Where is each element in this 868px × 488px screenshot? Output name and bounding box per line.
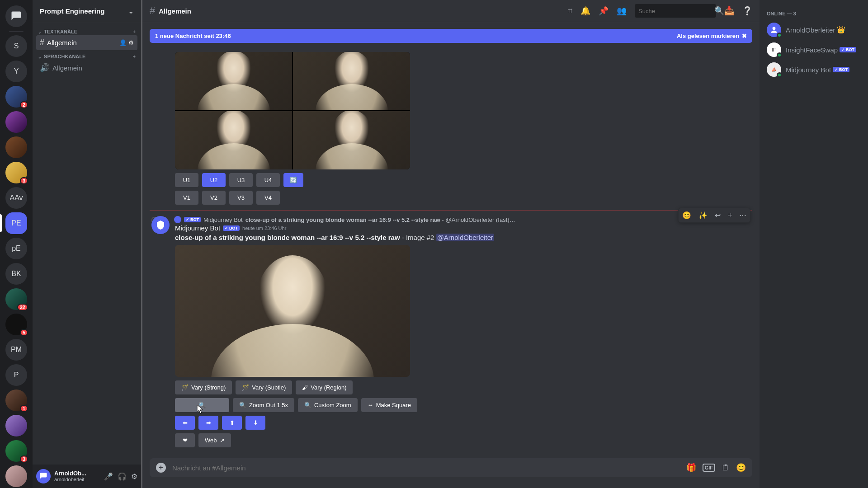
gift-icon[interactable]: 🎁 [686, 463, 696, 473]
search-icon: 🔍 [714, 6, 724, 16]
message-avatar[interactable] [151, 216, 170, 234]
v1-button[interactable]: V1 [175, 191, 198, 205]
vary-region-button[interactable]: 🖌Vary (Region) [296, 380, 353, 394]
server-icon[interactable]: 22 [5, 288, 27, 310]
mark-read-icon: ✖ [742, 33, 747, 39]
pan-left-button[interactable]: ⬅ [175, 416, 195, 430]
external-icon: ↗ [220, 437, 225, 444]
chevron-down-icon: ⌄ [128, 7, 134, 15]
custom-zoom-button[interactable]: 🔍Custom Zoom [298, 398, 358, 412]
channel-item-allgemein[interactable]: # Allgemein 👤⚙ [36, 35, 137, 50]
member-item[interactable]: ⛵ Midjourney Bot BOT [763, 60, 864, 80]
server-icon[interactable]: Y [5, 61, 27, 82]
v3-button[interactable]: V3 [229, 191, 253, 205]
threads-icon[interactable]: ⌗ [568, 6, 572, 16]
server-icon-active[interactable]: PE [5, 212, 27, 234]
vary-strong-button[interactable]: 🪄Vary (Strong) [175, 380, 232, 394]
reply-author: Midjourney Bot [203, 216, 243, 223]
unread-bar[interactable]: 1 neue Nachricht seit 23:46 Als gelesen … [150, 29, 752, 43]
gif-icon[interactable]: GIF [703, 464, 715, 472]
attach-button[interactable]: + [156, 463, 166, 473]
server-icon[interactable]: BK [5, 263, 27, 285]
search-input[interactable] [638, 8, 714, 14]
help-icon[interactable]: ❔ [742, 6, 752, 16]
button-row-pan: ⬅ ➡ ⬆ ⬇ [175, 416, 752, 430]
add-channel-icon[interactable]: + [133, 29, 136, 34]
favorite-button[interactable]: ❤ [175, 433, 195, 447]
v2-button[interactable]: V2 [202, 191, 226, 205]
message-input-box[interactable]: + 🎁 GIF 🗒 😊 [150, 458, 752, 477]
super-react-icon[interactable]: ✨ [695, 208, 711, 222]
members-icon[interactable]: 👥 [617, 6, 627, 16]
zoom-out-1-5x-button[interactable]: 🔍Zoom Out 1.5x [233, 398, 294, 412]
member-item[interactable]: ArnoldOberleiter 👑 [763, 20, 864, 40]
image-grid[interactable] [175, 52, 410, 169]
reroll-button[interactable]: 🔄 [283, 173, 303, 187]
user-name-block[interactable]: ArnoldOb... arnoldoberleit [54, 470, 100, 482]
mention[interactable]: @ArnoldOberleiter [436, 234, 494, 241]
reply-icon[interactable]: ↩ [711, 208, 724, 222]
reply-reference[interactable]: BOT Midjourney Bot close-up of a strikin… [175, 216, 752, 223]
u3-button[interactable]: U3 [229, 173, 253, 187]
settings-icon[interactable]: ⚙ [131, 472, 137, 481]
sticker-icon[interactable]: 🗒 [722, 463, 730, 473]
pin-icon[interactable]: 📌 [599, 6, 609, 16]
voice-channel-item[interactable]: 🔊 Allgemein [36, 60, 137, 75]
upscaled-image[interactable] [175, 245, 410, 377]
reply-avatar [174, 216, 181, 223]
make-square-button[interactable]: ↔Make Square [361, 398, 417, 412]
pan-right-button[interactable]: ➡ [198, 416, 218, 430]
server-name: Prompt Engineering [40, 7, 104, 15]
pan-down-button[interactable]: ⬇ [245, 416, 265, 430]
u2-button[interactable]: U2 [202, 173, 226, 187]
emoji-icon[interactable]: 😊 [736, 463, 746, 473]
server-icon[interactable]: P [5, 364, 27, 386]
thread-icon[interactable]: ⌗ [724, 208, 736, 222]
server-icon[interactable] [5, 136, 27, 158]
server-icon[interactable]: AAv [5, 187, 27, 209]
v4-button[interactable]: V4 [256, 191, 280, 205]
server-icon[interactable]: S [5, 35, 27, 57]
dm-home-icon[interactable] [5, 5, 27, 27]
username: ArnoldOb... [54, 470, 100, 477]
server-icon[interactable]: pE [5, 238, 27, 259]
inbox-icon[interactable]: 📥 [724, 6, 734, 16]
server-icon[interactable] [5, 415, 27, 436]
server-icon[interactable]: 5 [5, 314, 27, 335]
headphones-icon[interactable]: 🎧 [118, 472, 127, 481]
message-author[interactable]: Midjourney Bot [175, 224, 220, 232]
server-icon[interactable]: 3 [5, 440, 27, 462]
mark-read-button[interactable]: Als gelesen markieren ✖ [677, 33, 747, 39]
bell-icon[interactable]: 🔔 [580, 6, 590, 16]
server-icon[interactable]: 3 [5, 162, 27, 183]
bot-tag: BOT [184, 217, 201, 222]
server-icon[interactable]: 2 [5, 86, 27, 108]
server-icon[interactable]: PM [5, 339, 27, 361]
add-channel-icon[interactable]: + [133, 54, 136, 59]
zoom-out-2x-button[interactable]: 🔍 [175, 398, 229, 412]
gear-icon[interactable]: ⚙ [128, 39, 134, 46]
react-icon[interactable]: 😊 [679, 208, 695, 222]
search-box[interactable]: 🔍 [635, 4, 716, 18]
server-icon[interactable] [5, 111, 27, 133]
channel-category[interactable]: ⌄ TEXTKANÄLE + [36, 25, 137, 35]
more-icon[interactable]: ⋯ [736, 208, 750, 222]
web-button[interactable]: Web ↗ [198, 433, 231, 447]
u4-button[interactable]: U4 [256, 173, 280, 187]
mic-muted-icon[interactable]: 🎤 [104, 472, 113, 481]
server-icon[interactable] [5, 465, 27, 487]
user-avatar[interactable] [36, 469, 51, 483]
channel-label: Allgemein [52, 64, 82, 72]
u1-button[interactable]: U1 [175, 173, 198, 187]
member-item[interactable]: IF InsightFaceSwap BOT [763, 40, 864, 60]
channel-list: ⌄ TEXTKANÄLE + # Allgemein 👤⚙ ⌄ SPRACHKA… [33, 22, 141, 465]
new-message-divider [150, 210, 752, 211]
message-input[interactable] [172, 464, 680, 472]
message-area[interactable]: 1 neue Nachricht seit 23:46 Als gelesen … [142, 22, 760, 458]
channel-category[interactable]: ⌄ SPRACHKANÄLE + [36, 50, 137, 60]
pan-up-button[interactable]: ⬆ [222, 416, 242, 430]
vary-subtle-button[interactable]: 🪄Vary (Subtle) [236, 380, 292, 394]
server-icon[interactable]: 1 [5, 389, 27, 411]
invite-icon[interactable]: 👤 [119, 39, 127, 46]
server-header[interactable]: Prompt Engineering ⌄ [33, 0, 141, 22]
